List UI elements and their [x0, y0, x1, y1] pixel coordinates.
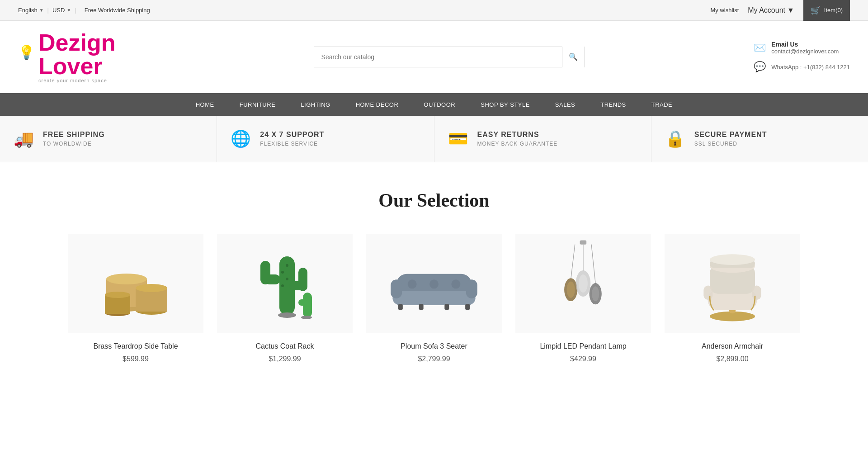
shipping-icon: 🚚: [14, 129, 34, 148]
account-dropdown[interactable]: My Account ▼: [748, 6, 794, 14]
divider-2: |: [75, 7, 76, 14]
product-image-4: [515, 234, 651, 333]
top-bar: English ▼ | USD ▼ | Free Worldwide Shipp…: [0, 0, 868, 21]
svg-point-20: [278, 312, 296, 318]
nav-lighting[interactable]: LIGHTING: [288, 93, 343, 116]
feature-payment-subtitle: SSL SECURED: [694, 141, 767, 147]
product-card-3[interactable]: Ploum Sofa 3 Seater $2,799.99: [366, 234, 502, 363]
svg-rect-31: [444, 304, 449, 310]
section-title: Our Selection: [27, 189, 841, 211]
svg-point-38: [567, 281, 575, 298]
whatsapp-label[interactable]: WhatsApp : +1(832) 844 1221: [771, 64, 850, 71]
product-price-1: $599.99: [123, 355, 149, 363]
returns-icon: 💳: [448, 129, 468, 148]
shipping-text: Free Worldwide Shipping: [85, 7, 150, 14]
nav-sales[interactable]: SALES: [542, 93, 588, 116]
divider-1: |: [47, 7, 49, 14]
logo-text: Dezign Lover create your modern space: [38, 31, 115, 83]
product-price-4: $429.99: [570, 355, 596, 363]
feature-returns-text: EASY RETURNS MONEY BACK GUARANTEE: [477, 131, 558, 147]
product-image-3: [366, 234, 502, 333]
search-input[interactable]: [314, 53, 562, 61]
search-area: 🔍: [163, 47, 736, 67]
email-title: Email Us: [771, 41, 839, 48]
main-nav: HOME FURNITURE LIGHTING HOME DECOR OUTDO…: [0, 93, 868, 116]
feature-returns: 💳 EASY RETURNS MONEY BACK GUARANTEE: [434, 116, 651, 162]
product-name-5: Anderson Armchair: [702, 342, 763, 350]
svg-point-24: [408, 280, 417, 289]
cart-button[interactable]: 🛒 Item(0): [803, 0, 850, 21]
top-bar-left: English ▼ | USD ▼ | Free Worldwide Shipp…: [18, 7, 150, 14]
email-icon: ✉️: [754, 42, 766, 54]
product-price-5: $2,899.00: [716, 355, 748, 363]
feature-shipping-title: FREE SHIPPING: [43, 131, 105, 139]
currency-label: USD: [52, 7, 65, 14]
logo-tagline: create your modern space: [38, 78, 115, 83]
nav-furniture[interactable]: FURNITURE: [227, 93, 288, 116]
header: 💡 Dezign Lover create your modern space …: [0, 21, 868, 93]
feature-payment-title: SECURE PAYMENT: [694, 131, 767, 139]
payment-icon: 🔒: [665, 129, 685, 148]
feature-support-text: 24 X 7 SUPPORT FLEXIBLE SERVICE: [260, 131, 324, 147]
svg-rect-11: [260, 261, 270, 284]
logo-dezign: Dezign: [38, 31, 115, 54]
svg-point-49: [710, 254, 755, 265]
svg-point-17: [281, 284, 284, 287]
search-icon: 🔍: [569, 52, 578, 61]
product-card-1[interactable]: Brass Teardrop Side Table $599.99: [68, 234, 203, 363]
search-button[interactable]: 🔍: [562, 47, 585, 67]
feature-returns-subtitle: MONEY BACK GUARANTEE: [477, 141, 558, 147]
whatsapp-contact: 💬 WhatsApp : +1(832) 844 1221: [754, 61, 850, 73]
currency-dropdown[interactable]: USD ▼: [52, 7, 71, 14]
account-label: My Account: [748, 6, 785, 14]
feature-support-title: 24 X 7 SUPPORT: [260, 131, 324, 139]
language-dropdown[interactable]: English ▼: [18, 7, 44, 14]
contact-area: ✉️ Email Us contact@dezignlover.com 💬 Wh…: [754, 41, 850, 73]
whatsapp-icon: 💬: [754, 61, 766, 73]
feature-row: 🚚 FREE SHIPPING TO WORLDWIDE 🌐 24 X 7 SU…: [0, 116, 868, 162]
product-card-5[interactable]: Anderson Armchair $2,899.00: [665, 234, 800, 363]
feature-shipping: 🚚 FREE SHIPPING TO WORLDWIDE: [0, 116, 217, 162]
nav-shop-by-style[interactable]: SHOP BY STYLE: [468, 93, 542, 116]
svg-rect-32: [465, 304, 470, 310]
nav-trends[interactable]: TRENDS: [588, 93, 638, 116]
product-image-1: [68, 234, 203, 333]
cart-icon: 🛒: [811, 5, 821, 15]
email-info: Email Us contact@dezignlover.com: [771, 41, 839, 55]
product-card-2[interactable]: Cactus Coat Rack $1,299.99: [217, 234, 353, 363]
svg-point-26: [451, 280, 460, 289]
logo-lover: Lover: [38, 54, 115, 78]
svg-point-42: [592, 286, 599, 301]
svg-point-21: [301, 316, 312, 319]
svg-rect-27: [391, 280, 402, 299]
svg-rect-13: [298, 268, 307, 291]
nav-home[interactable]: HOME: [183, 93, 227, 116]
feature-payment-text: SECURE PAYMENT SSL SECURED: [694, 131, 767, 147]
svg-rect-51: [752, 286, 761, 300]
email-address[interactable]: contact@dezignlover.com: [771, 48, 839, 55]
language-chevron-icon: ▼: [39, 8, 44, 13]
currency-chevron-icon: ▼: [66, 8, 71, 13]
product-card-4[interactable]: Limpid LED Pendant Lamp $429.99: [515, 234, 651, 363]
svg-rect-29: [398, 304, 403, 310]
feature-shipping-subtitle: TO WORLDWIDE: [43, 141, 105, 147]
logo-area[interactable]: 💡 Dezign Lover create your modern space: [18, 31, 163, 83]
whatsapp-info: WhatsApp : +1(832) 844 1221: [771, 64, 850, 71]
svg-point-2: [106, 274, 147, 284]
nav-home-decor[interactable]: HOME DECOR: [343, 93, 411, 116]
product-name-4: Limpid LED Pendant Lamp: [540, 342, 626, 350]
feature-support: 🌐 24 X 7 SUPPORT FLEXIBLE SERVICE: [217, 116, 434, 162]
product-price-2: $1,299.99: [269, 355, 301, 363]
nav-trade[interactable]: TRADE: [639, 93, 685, 116]
feature-support-subtitle: FLEXIBLE SERVICE: [260, 141, 324, 147]
wishlist-link[interactable]: My wishlist: [710, 7, 739, 14]
product-image-2: [217, 234, 353, 333]
support-icon: 🌐: [231, 129, 251, 148]
cart-label: Item(0): [824, 7, 843, 14]
product-image-5: [665, 234, 800, 333]
email-contact: ✉️ Email Us contact@dezignlover.com: [754, 41, 850, 55]
svg-point-40: [579, 274, 588, 293]
product-grid: Brass Teardrop Side Table $599.99: [27, 234, 841, 363]
nav-outdoor[interactable]: OUTDOOR: [411, 93, 468, 116]
language-label: English: [18, 7, 38, 14]
